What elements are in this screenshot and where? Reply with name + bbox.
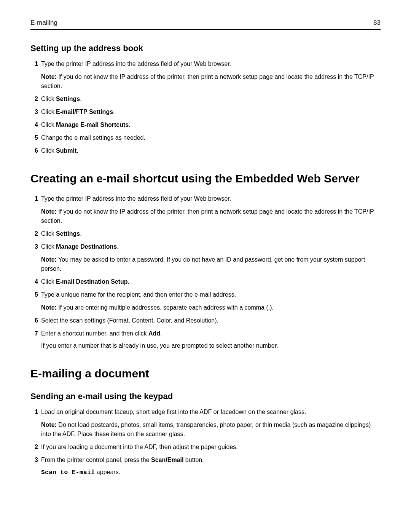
heading-emailing-document: E-mailing a document [30, 367, 381, 380]
note-label: Note: [41, 208, 57, 215]
step-note: Note: If you are entering multiple addre… [41, 303, 381, 312]
text: appears. [95, 469, 120, 475]
text: Click [41, 278, 56, 285]
list-item: Click Settings. [30, 94, 381, 104]
list-item: Click Submit. [30, 146, 381, 155]
text: . [117, 243, 118, 250]
step-text: Type the printer IP address into the add… [41, 59, 381, 69]
text: button. [183, 457, 204, 463]
text: Click [41, 96, 56, 102]
step-text: If you are loading a document into the A… [41, 443, 381, 452]
text: . [80, 96, 81, 102]
text-bold: Manage E-mail Shortcuts [56, 121, 129, 128]
note-text: If you are entering multiple addresses, … [57, 304, 274, 311]
display-text: Scan to E-mail [41, 469, 95, 476]
text: Click [41, 147, 56, 154]
step-text: Change the e-mail settings as needed. [41, 133, 381, 142]
text: Click [41, 109, 56, 115]
list-item: Type the printer IP address into the add… [30, 59, 381, 91]
list-item: Enter a shortcut number, and then click … [30, 329, 381, 350]
note-label: Note: [41, 256, 57, 263]
step-text: Click Manage Destinations. [41, 242, 381, 251]
step-text: Type a unique name for the recipient, an… [41, 290, 381, 299]
step-text: Load an original document faceup, short … [41, 407, 381, 417]
step-note: Note: If you do not know the IP address … [41, 207, 381, 225]
text-bold: Manage Destinations [56, 243, 117, 250]
step-note: Note: You may be asked to enter a passwo… [41, 255, 381, 273]
list-item: Click Manage E-mail Shortcuts. [30, 120, 381, 129]
text: . [80, 230, 81, 237]
text-bold: Add [148, 330, 160, 337]
text: . [129, 121, 130, 128]
note-text: You may be asked to enter a password. If… [41, 256, 365, 272]
text: . [160, 330, 162, 337]
step-text: Enter a shortcut number, and then click … [41, 329, 381, 338]
steps-send-email-keypad: Load an original document faceup, short … [30, 407, 381, 477]
steps-address-book: Type the printer IP address into the add… [30, 59, 381, 155]
step-text: From the printer control panel, press th… [41, 455, 381, 465]
note-text: If you do not know the IP address of the… [41, 208, 374, 224]
document-page: E-mailing 83 Setting up the address book… [0, 0, 411, 504]
text: . [113, 109, 115, 115]
step-text: Click E-mail Destination Setup. [41, 277, 381, 286]
list-item: Click E-mail Destination Setup. [30, 277, 381, 286]
step-text: Click Settings. [41, 229, 381, 238]
step-text: Click Manage E-mail Shortcuts. [41, 120, 381, 129]
text-bold: Scan/Email [151, 457, 183, 463]
text-bold: Settings [56, 96, 80, 102]
list-item: Type the printer IP address into the add… [30, 194, 381, 225]
list-item: Change the e-mail settings as needed. [30, 133, 381, 142]
step-followup: If you enter a number that is already in… [41, 341, 381, 350]
step-note: Note: If you do not know the IP address … [41, 72, 381, 91]
note-text: Do not load postcards, photos, small ite… [41, 422, 371, 437]
step-note: Note: Do not load postcards, photos, sma… [41, 420, 381, 439]
step-text: Click E-mail/FTP Settings. [41, 107, 381, 117]
list-item: Click Settings. [30, 229, 381, 238]
heading-sending-email-keypad: Sending an e-mail using the keypad [30, 391, 381, 401]
text-bold: E-mail/FTP Settings [56, 109, 113, 115]
text: Click [41, 230, 56, 237]
list-item: Type a unique name for the recipient, an… [30, 290, 381, 312]
note-label: Note: [41, 422, 57, 428]
header-left: E-mailing [30, 19, 57, 27]
step-text: Type the printer IP address into the add… [41, 194, 381, 203]
heading-create-email-shortcut: Creating an e-mail shortcut using the Em… [30, 172, 381, 185]
list-item: Load an original document faceup, short … [30, 407, 381, 439]
text: . [128, 278, 129, 285]
list-item: Select the scan settings (Format, Conten… [30, 316, 381, 325]
header-page-number: 83 [373, 19, 381, 27]
list-item: Click E-mail/FTP Settings. [30, 107, 381, 117]
running-header: E-mailing 83 [30, 19, 381, 30]
text: From the printer control panel, press th… [41, 457, 151, 463]
list-item: If you are loading a document into the A… [30, 443, 381, 452]
step-display-output: Scan to E-mail appears. [41, 468, 381, 477]
steps-create-shortcut: Type the printer IP address into the add… [30, 194, 381, 350]
heading-setting-up-address-book: Setting up the address book [30, 43, 381, 53]
note-label: Note: [41, 304, 57, 311]
text-bold: E-mail Destination Setup [56, 278, 127, 285]
text: . [76, 147, 78, 154]
text-bold: Settings [56, 230, 80, 237]
text: Click [41, 121, 56, 128]
list-item: From the printer control panel, press th… [30, 455, 381, 477]
list-item: Click Manage Destinations. Note: You may… [30, 242, 381, 273]
text: Click [41, 243, 56, 250]
step-text: Select the scan settings (Format, Conten… [41, 316, 381, 325]
note-label: Note: [41, 73, 57, 80]
note-text: If you do not know the IP address of the… [41, 73, 374, 89]
step-text: Click Settings. [41, 94, 381, 104]
step-text: Click Submit. [41, 146, 381, 155]
text: Enter a shortcut number, and then click [41, 330, 148, 337]
text-bold: Submit [56, 147, 76, 154]
